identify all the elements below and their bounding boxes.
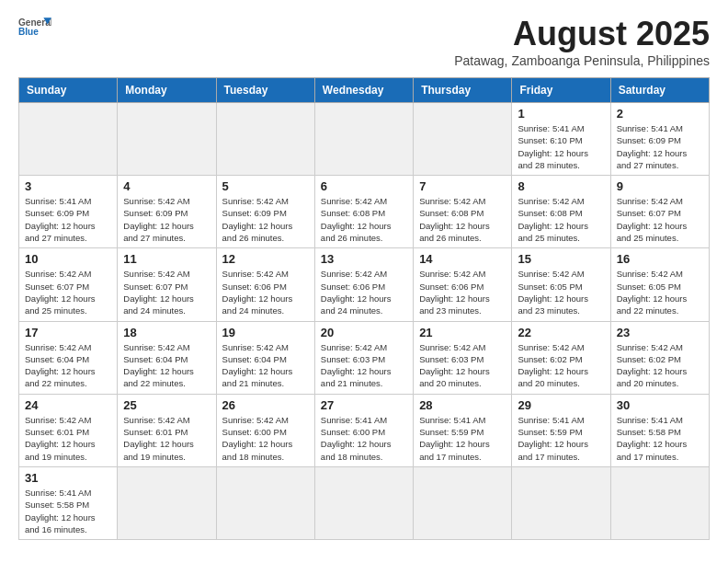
day-number: 25 bbox=[123, 398, 210, 412]
day-info: Sunrise: 5:42 AM Sunset: 6:00 PM Dayligh… bbox=[222, 414, 309, 463]
calendar-week-4: 17Sunrise: 5:42 AM Sunset: 6:04 PM Dayli… bbox=[19, 321, 710, 394]
day-info: Sunrise: 5:42 AM Sunset: 6:09 PM Dayligh… bbox=[222, 195, 309, 244]
day-number: 17 bbox=[25, 326, 111, 339]
day-number: 18 bbox=[123, 326, 210, 339]
calendar-cell: 12Sunrise: 5:42 AM Sunset: 6:06 PM Dayli… bbox=[216, 248, 314, 321]
calendar-week-1: 1Sunrise: 5:41 AM Sunset: 6:10 PM Daylig… bbox=[19, 103, 710, 176]
day-number: 15 bbox=[518, 252, 604, 266]
calendar-cell: 20Sunrise: 5:42 AM Sunset: 6:03 PM Dayli… bbox=[314, 321, 413, 394]
calendar-week-5: 24Sunrise: 5:42 AM Sunset: 6:01 PM Dayli… bbox=[19, 394, 710, 466]
calendar-cell bbox=[118, 466, 216, 539]
calendar-cell bbox=[314, 103, 413, 176]
calendar-cell: 23Sunrise: 5:42 AM Sunset: 6:02 PM Dayli… bbox=[610, 321, 709, 394]
calendar-cell: 9Sunrise: 5:42 AM Sunset: 6:07 PM Daylig… bbox=[610, 176, 709, 248]
day-number: 3 bbox=[25, 179, 111, 193]
day-number: 20 bbox=[321, 326, 407, 339]
header: General Blue August 2025 Patawag, Zamboa… bbox=[18, 15, 710, 68]
month-year-title: August 2025 bbox=[454, 15, 710, 53]
calendar-week-2: 3Sunrise: 5:41 AM Sunset: 6:09 PM Daylig… bbox=[19, 176, 710, 248]
weekday-header-saturday: Saturday bbox=[610, 78, 709, 103]
calendar-cell: 18Sunrise: 5:42 AM Sunset: 6:04 PM Dayli… bbox=[118, 321, 216, 394]
day-info: Sunrise: 5:42 AM Sunset: 6:03 PM Dayligh… bbox=[321, 341, 407, 390]
calendar-cell bbox=[314, 466, 413, 539]
calendar-cell: 28Sunrise: 5:41 AM Sunset: 5:59 PM Dayli… bbox=[414, 394, 512, 466]
svg-text:Blue: Blue bbox=[18, 27, 39, 37]
title-block: August 2025 Patawag, Zamboanga Peninsula… bbox=[454, 15, 710, 68]
day-info: Sunrise: 5:42 AM Sunset: 6:06 PM Dayligh… bbox=[419, 268, 506, 316]
day-info: Sunrise: 5:42 AM Sunset: 6:07 PM Dayligh… bbox=[123, 268, 210, 316]
day-number: 26 bbox=[222, 398, 309, 412]
day-info: Sunrise: 5:42 AM Sunset: 6:04 PM Dayligh… bbox=[123, 341, 210, 390]
calendar-cell: 8Sunrise: 5:42 AM Sunset: 6:08 PM Daylig… bbox=[512, 176, 610, 248]
calendar-cell: 24Sunrise: 5:42 AM Sunset: 6:01 PM Dayli… bbox=[19, 394, 118, 466]
day-number: 21 bbox=[419, 326, 506, 339]
day-info: Sunrise: 5:41 AM Sunset: 5:59 PM Dayligh… bbox=[518, 414, 604, 463]
day-number: 4 bbox=[123, 179, 210, 193]
day-info: Sunrise: 5:42 AM Sunset: 6:02 PM Dayligh… bbox=[518, 341, 604, 390]
calendar-cell: 30Sunrise: 5:41 AM Sunset: 5:58 PM Dayli… bbox=[610, 394, 709, 466]
calendar-cell: 10Sunrise: 5:42 AM Sunset: 6:07 PM Dayli… bbox=[19, 248, 118, 321]
day-info: Sunrise: 5:42 AM Sunset: 6:06 PM Dayligh… bbox=[321, 268, 407, 316]
calendar-cell bbox=[512, 466, 610, 539]
day-info: Sunrise: 5:41 AM Sunset: 6:09 PM Dayligh… bbox=[25, 195, 111, 244]
calendar-cell: 17Sunrise: 5:42 AM Sunset: 6:04 PM Dayli… bbox=[19, 321, 118, 394]
day-number: 19 bbox=[222, 326, 309, 339]
calendar-cell: 29Sunrise: 5:41 AM Sunset: 5:59 PM Dayli… bbox=[512, 394, 610, 466]
day-number: 7 bbox=[419, 179, 506, 193]
calendar-cell: 16Sunrise: 5:42 AM Sunset: 6:05 PM Dayli… bbox=[610, 248, 709, 321]
day-info: Sunrise: 5:42 AM Sunset: 6:08 PM Dayligh… bbox=[518, 195, 604, 244]
day-number: 22 bbox=[518, 326, 604, 339]
day-info: Sunrise: 5:42 AM Sunset: 6:05 PM Dayligh… bbox=[617, 268, 703, 316]
day-info: Sunrise: 5:42 AM Sunset: 6:02 PM Dayligh… bbox=[617, 341, 703, 390]
calendar-cell: 5Sunrise: 5:42 AM Sunset: 6:09 PM Daylig… bbox=[216, 176, 314, 248]
calendar-cell bbox=[216, 466, 314, 539]
day-number: 9 bbox=[617, 179, 703, 193]
calendar-cell: 13Sunrise: 5:42 AM Sunset: 6:06 PM Dayli… bbox=[314, 248, 413, 321]
calendar-cell: 27Sunrise: 5:41 AM Sunset: 6:00 PM Dayli… bbox=[314, 394, 413, 466]
day-number: 12 bbox=[222, 252, 309, 266]
calendar-cell: 2Sunrise: 5:41 AM Sunset: 6:09 PM Daylig… bbox=[610, 103, 709, 176]
day-number: 16 bbox=[617, 252, 703, 266]
calendar-cell: 14Sunrise: 5:42 AM Sunset: 6:06 PM Dayli… bbox=[414, 248, 512, 321]
day-number: 27 bbox=[321, 398, 407, 412]
calendar-cell bbox=[414, 466, 512, 539]
day-info: Sunrise: 5:42 AM Sunset: 6:05 PM Dayligh… bbox=[518, 268, 604, 316]
day-info: Sunrise: 5:41 AM Sunset: 5:59 PM Dayligh… bbox=[419, 414, 506, 463]
calendar-cell: 4Sunrise: 5:42 AM Sunset: 6:09 PM Daylig… bbox=[118, 176, 216, 248]
calendar-cell: 1Sunrise: 5:41 AM Sunset: 6:10 PM Daylig… bbox=[512, 103, 610, 176]
day-info: Sunrise: 5:42 AM Sunset: 6:09 PM Dayligh… bbox=[123, 195, 210, 244]
day-info: Sunrise: 5:42 AM Sunset: 6:06 PM Dayligh… bbox=[222, 268, 309, 316]
day-number: 31 bbox=[25, 471, 111, 485]
calendar-cell: 25Sunrise: 5:42 AM Sunset: 6:01 PM Dayli… bbox=[118, 394, 216, 466]
calendar-week-3: 10Sunrise: 5:42 AM Sunset: 6:07 PM Dayli… bbox=[19, 248, 710, 321]
weekday-header-sunday: Sunday bbox=[19, 78, 118, 103]
day-number: 28 bbox=[419, 398, 506, 412]
weekday-header-friday: Friday bbox=[512, 78, 610, 103]
day-info: Sunrise: 5:42 AM Sunset: 6:04 PM Dayligh… bbox=[25, 341, 111, 390]
generalblue-logo-icon: General Blue bbox=[18, 15, 51, 40]
calendar-table: SundayMondayTuesdayWednesdayThursdayFrid… bbox=[18, 77, 710, 540]
calendar-cell: 15Sunrise: 5:42 AM Sunset: 6:05 PM Dayli… bbox=[512, 248, 610, 321]
day-info: Sunrise: 5:42 AM Sunset: 6:07 PM Dayligh… bbox=[617, 195, 703, 244]
calendar-cell: 11Sunrise: 5:42 AM Sunset: 6:07 PM Dayli… bbox=[118, 248, 216, 321]
day-number: 13 bbox=[321, 252, 407, 266]
calendar-cell bbox=[19, 103, 118, 176]
calendar-week-6: 31Sunrise: 5:41 AM Sunset: 5:58 PM Dayli… bbox=[19, 466, 710, 539]
day-info: Sunrise: 5:41 AM Sunset: 5:58 PM Dayligh… bbox=[25, 487, 111, 535]
calendar-cell: 26Sunrise: 5:42 AM Sunset: 6:00 PM Dayli… bbox=[216, 394, 314, 466]
day-info: Sunrise: 5:42 AM Sunset: 6:08 PM Dayligh… bbox=[419, 195, 506, 244]
day-info: Sunrise: 5:42 AM Sunset: 6:01 PM Dayligh… bbox=[123, 414, 210, 463]
calendar-cell: 6Sunrise: 5:42 AM Sunset: 6:08 PM Daylig… bbox=[314, 176, 413, 248]
calendar-cell: 7Sunrise: 5:42 AM Sunset: 6:08 PM Daylig… bbox=[414, 176, 512, 248]
weekday-header-row: SundayMondayTuesdayWednesdayThursdayFrid… bbox=[19, 78, 710, 103]
calendar-cell: 22Sunrise: 5:42 AM Sunset: 6:02 PM Dayli… bbox=[512, 321, 610, 394]
day-info: Sunrise: 5:41 AM Sunset: 6:09 PM Dayligh… bbox=[617, 122, 703, 171]
day-number: 10 bbox=[25, 252, 111, 266]
day-number: 2 bbox=[617, 107, 703, 121]
day-number: 1 bbox=[518, 107, 604, 121]
calendar-cell bbox=[610, 466, 709, 539]
calendar-cell: 31Sunrise: 5:41 AM Sunset: 5:58 PM Dayli… bbox=[19, 466, 118, 539]
weekday-header-monday: Monday bbox=[118, 78, 216, 103]
day-info: Sunrise: 5:41 AM Sunset: 6:10 PM Dayligh… bbox=[518, 122, 604, 171]
day-info: Sunrise: 5:42 AM Sunset: 6:01 PM Dayligh… bbox=[25, 414, 111, 463]
